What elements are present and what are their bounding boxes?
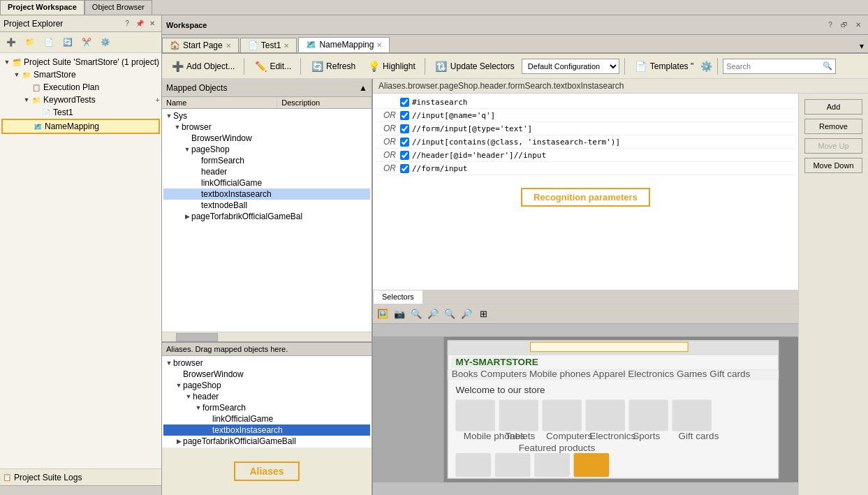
selector-check-0[interactable] xyxy=(400,98,409,107)
refresh-btn[interactable]: 🔄 Refresh xyxy=(306,57,360,75)
prev-icon-1[interactable]: 🖼️ xyxy=(376,307,390,321)
add-btn[interactable]: ➕ xyxy=(3,36,20,49)
exp-alias-ps[interactable]: ▼ xyxy=(175,381,183,390)
update-selectors-btn[interactable]: 🔃 Update Selectors xyxy=(430,57,519,75)
tab-namemapping[interactable]: 🗺️ NameMapping ✕ xyxy=(298,37,390,52)
left-panel-scrollbar[interactable] xyxy=(0,485,161,495)
mt-pageshop[interactable]: ▼ pageShop xyxy=(163,144,370,155)
exp-alias-browser[interactable]: ▼ xyxy=(165,359,173,367)
alias-pagetorfabrik[interactable]: ▶ pageTorfabrikOfficialGameBall xyxy=(163,436,370,447)
alias-pageshop-label: pageShop xyxy=(183,381,221,390)
project-suite-label: Project Suite 'SmartStore' (1 project) xyxy=(24,57,159,67)
add-btn[interactable]: Add xyxy=(804,99,862,114)
search-input[interactable] xyxy=(726,62,823,71)
expander-keyword-tests[interactable]: ▼ xyxy=(22,96,31,104)
workspace-close-icon[interactable]: ✕ xyxy=(853,20,864,31)
exp-alias-hdr[interactable]: ▼ xyxy=(184,392,193,401)
tree-node-execution-plan[interactable]: 📋 Execution Plan xyxy=(1,81,160,94)
exp-alias-ptfgb[interactable]: ▶ xyxy=(175,437,183,445)
tree-node-project-suite[interactable]: ▼ 🗂️ Project Suite 'SmartStore' (1 proje… xyxy=(1,56,160,68)
move-up-btn[interactable]: Move Up xyxy=(804,138,862,154)
exp-ptfgb[interactable]: ▶ xyxy=(183,212,191,221)
tree-node-test1[interactable]: 📄 Test1 xyxy=(1,106,160,119)
mt-link-official-game[interactable]: linkOfficialGame xyxy=(163,177,370,189)
pin-icon[interactable]: 📌 xyxy=(134,18,145,29)
edit-btn[interactable]: ✏️ Edit... xyxy=(249,57,295,75)
tree-node-smartstore[interactable]: ▼ 📁 SmartStore xyxy=(1,68,160,81)
alias-formsearch[interactable]: ▼ formSearch xyxy=(163,402,370,413)
alias-link-official-game[interactable]: linkOfficialGame xyxy=(163,413,370,424)
mt-header[interactable]: header xyxy=(163,166,370,177)
tab-object-browser[interactable]: Object Browser xyxy=(84,0,152,15)
add-keyword-btn[interactable]: + xyxy=(156,96,160,104)
alias-browser[interactable]: ▼ browser xyxy=(163,357,370,369)
col-desc[interactable]: Description xyxy=(277,97,372,108)
svg-text:Computers: Computers xyxy=(546,431,592,441)
doc-btn[interactable]: 📄 xyxy=(41,36,57,49)
col-name[interactable]: Name xyxy=(162,97,277,108)
alias-header[interactable]: ▼ header xyxy=(163,391,370,402)
exp-pageshop[interactable]: ▼ xyxy=(183,145,191,154)
tab-namemapping-close[interactable]: ✕ xyxy=(376,41,382,49)
settings-btn[interactable]: ⚙️ xyxy=(97,36,114,49)
mt-formsearch[interactable]: formSearch xyxy=(163,155,370,166)
folder-btn[interactable]: 📁 xyxy=(22,36,38,49)
add-object-btn[interactable]: ➕ Add Object... xyxy=(166,57,239,75)
remove-btn[interactable]: Remove xyxy=(804,119,862,134)
workspace-help-icon[interactable]: ? xyxy=(825,20,836,31)
tab-project-workspace[interactable]: Project Workspace xyxy=(0,0,84,15)
exp-alias-fs[interactable]: ▼ xyxy=(194,404,203,412)
tab-start-page[interactable]: 🏠 Start Page ✕ xyxy=(162,38,239,52)
move-down-btn[interactable]: Move Down xyxy=(804,158,862,173)
mapped-scroll-thumb[interactable] xyxy=(176,333,218,341)
alias-textbox-instasearch[interactable]: textboxInstasearch xyxy=(163,424,370,436)
search-icon[interactable]: 🔍 xyxy=(823,61,832,71)
prev-icon-7[interactable]: ⊞ xyxy=(476,307,490,321)
alias-pageshop[interactable]: ▼ pageShop xyxy=(163,380,370,391)
mt-browserwindow[interactable]: BrowserWindow xyxy=(163,133,370,144)
prev-icon-2[interactable]: 📷 xyxy=(392,307,406,321)
tab-test1[interactable]: 📄 Test1 ✕ xyxy=(240,38,297,52)
tab-test1-close[interactable]: ✕ xyxy=(284,42,289,50)
mt-sys[interactable]: ▼ Sys xyxy=(163,110,370,121)
refresh-btn-left[interactable]: 🔄 xyxy=(59,36,76,49)
prev-icon-3[interactable]: 🔍 xyxy=(409,307,423,321)
mt-pagetorfabrik[interactable]: ▶ pageTorfabrikOfficialGameBal xyxy=(163,211,370,222)
workspace-restore-icon[interactable]: 🗗 xyxy=(839,20,850,31)
selector-or-4: OR xyxy=(378,150,396,160)
highlight-btn[interactable]: 💡 Highlight xyxy=(362,57,420,75)
selector-check-1[interactable] xyxy=(400,111,409,120)
selector-check-4[interactable] xyxy=(400,151,409,160)
prev-icon-5[interactable]: 🔍 xyxy=(443,307,457,321)
help-icon[interactable]: ? xyxy=(122,18,133,29)
svg-text:Books  Computers  Mobile phone: Books Computers Mobile phones Apparel El… xyxy=(452,369,751,379)
mapped-collapse-btn[interactable]: ▲ xyxy=(359,83,367,93)
highlight-icon: 💡 xyxy=(367,59,381,73)
exp-hdr xyxy=(193,168,201,176)
mt-textnode-ball[interactable]: textnodeBall xyxy=(163,200,370,211)
tab-start-page-close[interactable]: ✕ xyxy=(226,42,231,50)
gear-icon[interactable]: ⚙️ xyxy=(700,61,712,72)
selector-check-3[interactable] xyxy=(400,138,409,147)
prev-icon-6[interactable]: 🔎 xyxy=(459,307,473,321)
selector-check-5[interactable] xyxy=(400,164,409,173)
mapped-bottom-scroll[interactable] xyxy=(162,332,372,341)
alias-browserwindow[interactable]: BrowserWindow xyxy=(163,369,370,380)
mt-browser[interactable]: ▼ browser xyxy=(163,121,370,133)
cut-btn[interactable]: ✂️ xyxy=(78,36,95,49)
tab-overflow-btn[interactable]: ▾ xyxy=(855,40,868,52)
exp-sys[interactable]: ▼ xyxy=(165,112,173,120)
close-icon[interactable]: ✕ xyxy=(147,18,158,29)
project-suite-logs[interactable]: 📋 Project Suite Logs xyxy=(0,468,161,485)
tree-node-namemapping[interactable]: 🗺️ NameMapping xyxy=(1,119,160,134)
mt-textbox-instasearch[interactable]: textboxInstasearch xyxy=(163,189,370,200)
config-select[interactable]: Default Configuration xyxy=(522,59,619,74)
tree-node-keyword-tests[interactable]: ▼ 📁 KeywordTests + xyxy=(1,94,160,106)
expander-smartstore[interactable]: ▼ xyxy=(13,71,21,79)
prev-icon-4[interactable]: 🔎 xyxy=(426,307,440,321)
tab-selectors[interactable]: Selectors xyxy=(373,290,423,304)
selector-check-2[interactable] xyxy=(400,124,409,133)
templates-btn[interactable]: 📄 Templates " xyxy=(630,57,698,75)
expander-project-suite[interactable]: ▼ xyxy=(3,58,11,66)
exp-browser[interactable]: ▼ xyxy=(173,123,182,131)
